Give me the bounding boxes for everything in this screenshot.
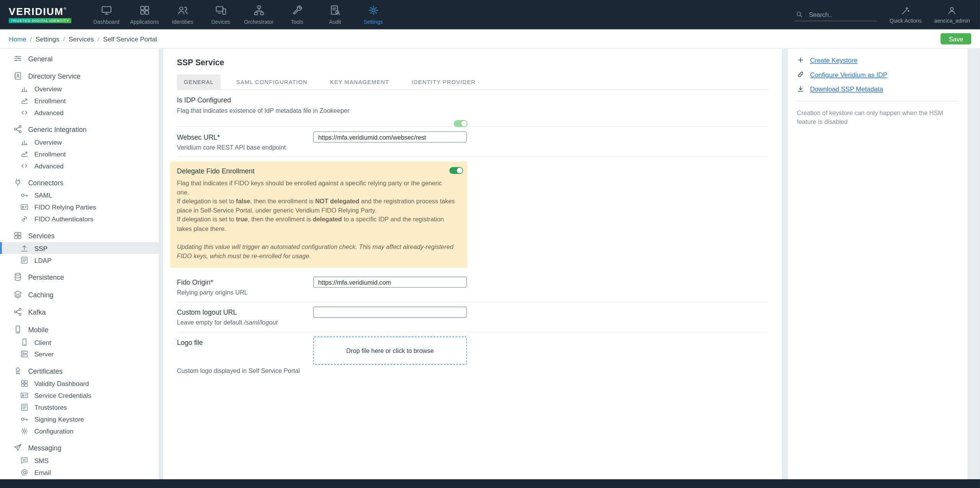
logo-dropzone[interactable]: Drop file here or click to browse bbox=[313, 336, 467, 364]
delegate-fido-enrollment-panel: Delegate Fido Enrollment Flag that indic… bbox=[170, 162, 468, 268]
sidebar-item-persistence[interactable]: Persistence bbox=[0, 270, 159, 283]
sidebar-item-certificates[interactable]: Certificates bbox=[0, 364, 159, 377]
list-icon bbox=[20, 256, 29, 264]
sidebar-item-ssp[interactable]: SSP bbox=[0, 242, 159, 254]
address-book-icon bbox=[13, 71, 22, 81]
save-button[interactable]: Save bbox=[941, 33, 972, 44]
sidebar-item-label: Persistence bbox=[28, 273, 64, 281]
veridium-admin-window: VERIDIUM® TRUSTED DIGITAL IDENTITY Dashb… bbox=[0, 0, 980, 488]
is-idp-configured-toggle[interactable] bbox=[454, 120, 468, 127]
websec-url-input[interactable] bbox=[313, 131, 467, 142]
tab-saml-configuration[interactable]: SAML CONFIGURATION bbox=[229, 74, 314, 89]
quick-actions-button[interactable]: Quick Actions bbox=[890, 6, 922, 24]
nav-label: Identities bbox=[172, 19, 193, 25]
sidebar-item-saml[interactable]: SAML bbox=[0, 189, 159, 201]
sidebar-item-mobile[interactable]: Mobile bbox=[0, 323, 159, 336]
user-menu[interactable]: aencica_admin bbox=[934, 6, 970, 24]
brand-logo[interactable]: VERIDIUM® TRUSTED DIGITAL IDENTITY bbox=[9, 0, 71, 30]
sidebar-item-generic-enrollment[interactable]: Enrollment bbox=[0, 148, 159, 160]
nav-identities[interactable]: Identities bbox=[164, 0, 202, 30]
users-icon bbox=[177, 4, 189, 16]
field-label: Websec URL* bbox=[177, 133, 768, 141]
code-icon bbox=[20, 108, 29, 117]
sidebar-item-label: Connectors bbox=[28, 179, 63, 186]
database-icon bbox=[13, 272, 22, 281]
plug-icon bbox=[13, 178, 22, 187]
grid-icon bbox=[138, 4, 150, 16]
search-input[interactable] bbox=[808, 10, 876, 18]
download-ssp-metadata-link[interactable]: Download SSP Metadata bbox=[797, 85, 959, 93]
hsm-note: Creation of keystore can only happen whe… bbox=[797, 109, 959, 126]
tab-identity-provider[interactable]: IDENTITY PROVIDER bbox=[405, 74, 483, 89]
nav-settings[interactable]: Settings bbox=[354, 0, 392, 30]
custom-logout-url-input[interactable] bbox=[313, 307, 467, 318]
username: aencica_admin bbox=[934, 18, 970, 24]
sidebar-item-truststores[interactable]: Truststores bbox=[0, 401, 159, 413]
field-description: Flag that indicates existence of IdP met… bbox=[177, 107, 768, 114]
sidebar-item-fido-relying-parties[interactable]: FIDO Relying Parties bbox=[0, 201, 159, 213]
sidebar-item-kafka[interactable]: Kafka bbox=[0, 305, 159, 318]
grid-icon bbox=[20, 379, 29, 387]
sidebar-item-configuration[interactable]: Configuration bbox=[0, 425, 159, 437]
tab-key-management[interactable]: KEY MANAGEMENT bbox=[323, 74, 396, 89]
sidebar-item-caching[interactable]: Caching bbox=[0, 288, 159, 301]
sidebar-item-email[interactable]: Email bbox=[0, 466, 159, 478]
wrench-icon bbox=[291, 4, 303, 16]
fido-origin-input[interactable] bbox=[313, 277, 467, 288]
sidebar-item-fido-authenticators[interactable]: FIDO Authenticators bbox=[0, 213, 159, 224]
sidebar-item-signing-keystore[interactable]: Signing Keystore bbox=[0, 413, 159, 425]
settings-sidebar: General Directory Service Overview Enrol… bbox=[0, 49, 159, 479]
keystore-actions-panel: Create Keystore Configure Veridium as ID… bbox=[788, 49, 967, 479]
nav-dashboard[interactable]: Dashboard bbox=[87, 0, 125, 30]
sidebar-item-messaging[interactable]: Messaging bbox=[0, 441, 159, 454]
sidebar-item-generic-advanced[interactable]: Advanced bbox=[0, 160, 159, 171]
sidebar-item-ldap[interactable]: LDAP bbox=[0, 254, 159, 266]
plus-icon bbox=[797, 56, 804, 64]
sidebar-item-directory-advanced[interactable]: Advanced bbox=[0, 106, 159, 118]
breadcrumb-settings[interactable]: Settings bbox=[36, 35, 59, 43]
sidebar-item-mobile-server[interactable]: Server bbox=[0, 348, 159, 360]
code-icon bbox=[20, 161, 29, 170]
field-label: Delegate Fido Enrollment bbox=[177, 167, 460, 175]
id-card-icon bbox=[20, 203, 29, 211]
sidebar-item-connectors[interactable]: Connectors bbox=[0, 176, 159, 189]
breadcrumb-home[interactable]: Home bbox=[9, 35, 26, 43]
nav-orchestrator[interactable]: Orchestrator bbox=[240, 0, 278, 30]
sidebar-item-mobile-client[interactable]: Client bbox=[0, 336, 159, 348]
gear-icon bbox=[367, 4, 379, 16]
sidebar-item-service-credentials[interactable]: Service Credentials bbox=[0, 389, 159, 401]
sidebar-item-generic-integration[interactable]: Generic Integration bbox=[0, 123, 159, 136]
sidebar-item-directory-enrollment[interactable]: Enrollment bbox=[0, 94, 159, 106]
nav-devices[interactable]: Devices bbox=[202, 0, 240, 30]
sidebar-item-directory-overview[interactable]: Overview bbox=[0, 82, 159, 94]
nav-applications[interactable]: Applications bbox=[125, 0, 163, 30]
sidebar-item-services[interactable]: Services bbox=[0, 229, 159, 242]
bottom-bar bbox=[0, 479, 980, 488]
field-label: Logo file bbox=[177, 338, 768, 346]
sidebar-item-label: Enrollment bbox=[34, 97, 66, 104]
send-icon bbox=[13, 443, 22, 452]
field-websec-url: Websec URL* Veridium core REST API base … bbox=[177, 127, 768, 157]
sidebar-item-generic-overview[interactable]: Overview bbox=[0, 136, 159, 148]
create-keystore-link[interactable]: Create Keystore bbox=[797, 56, 959, 64]
tab-general[interactable]: GENERAL bbox=[177, 74, 220, 89]
user-icon bbox=[947, 6, 957, 16]
configure-veridium-idp-link[interactable]: Configure Veridium as IDP bbox=[797, 71, 959, 78]
delegate-fido-enrollment-toggle[interactable] bbox=[449, 167, 463, 174]
line-chart-icon bbox=[20, 149, 29, 158]
sidebar-item-label: Caching bbox=[28, 290, 53, 298]
nav-tools[interactable]: Tools bbox=[278, 0, 316, 30]
sliders-icon bbox=[13, 54, 22, 63]
field-description: Relying party origins URL bbox=[177, 289, 768, 296]
sidebar-item-label: Kafka bbox=[28, 308, 46, 316]
nav-audit[interactable]: Audit bbox=[316, 0, 354, 30]
sidebar-item-sms[interactable]: SMS bbox=[0, 454, 159, 466]
delegate-fido-description: If delegation is set to true, then the e… bbox=[177, 215, 455, 233]
grid-icon bbox=[13, 231, 22, 240]
sidebar-item-general[interactable]: General bbox=[0, 52, 159, 65]
sidebar-item-validity-dashboard[interactable]: Validity Dashboard bbox=[0, 377, 159, 389]
breadcrumb-services[interactable]: Services bbox=[69, 35, 94, 43]
sidebar-item-directory-service[interactable]: Directory Service bbox=[0, 69, 159, 82]
sidebar-item-label: Overview bbox=[34, 85, 62, 92]
sidebar-item-label: Service Credentials bbox=[34, 391, 91, 399]
